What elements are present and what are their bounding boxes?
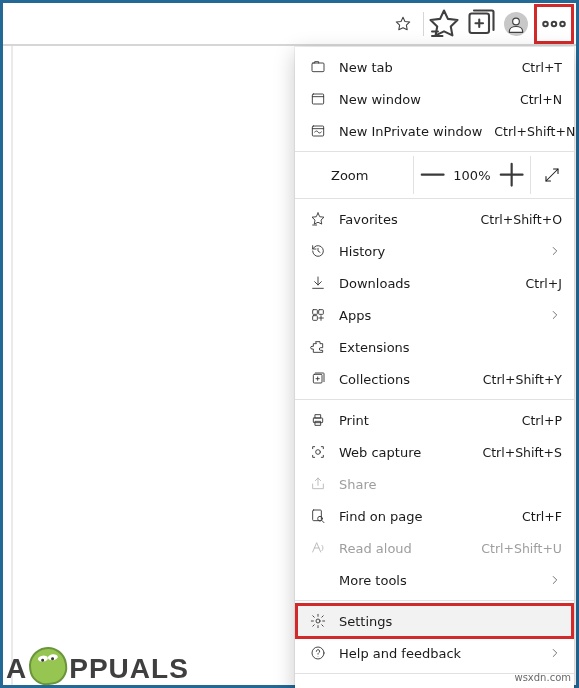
menu-shortcut: Ctrl+Shift+U bbox=[481, 541, 562, 556]
menu-label: New InPrivate window bbox=[339, 124, 482, 139]
new-tab-icon bbox=[309, 58, 327, 76]
favorites-icon bbox=[309, 210, 327, 228]
svg-point-20 bbox=[318, 656, 319, 657]
svg-rect-7 bbox=[312, 126, 323, 136]
browser-toolbar bbox=[385, 3, 576, 45]
menu-separator bbox=[295, 600, 574, 601]
svg-point-18 bbox=[316, 619, 320, 623]
history-icon bbox=[309, 242, 327, 260]
chevron-right-icon bbox=[548, 573, 562, 587]
menu-label: Web capture bbox=[339, 445, 470, 460]
web-capture-icon bbox=[309, 443, 327, 461]
menu-read-aloud: Read aloud Ctrl+Shift+U bbox=[295, 532, 574, 564]
menu-label: Favorites bbox=[339, 212, 469, 227]
menu-settings[interactable]: Settings bbox=[295, 605, 574, 637]
mascot-icon bbox=[27, 645, 70, 688]
menu-web-capture[interactable]: Web capture Ctrl+Shift+S bbox=[295, 436, 574, 468]
zoom-value: 100% bbox=[451, 168, 492, 183]
svg-rect-13 bbox=[315, 415, 320, 418]
menu-label: Help and feedback bbox=[339, 646, 536, 661]
menu-label: Extensions bbox=[339, 340, 562, 355]
menu-favorites[interactable]: Favorites Ctrl+Shift+O bbox=[295, 203, 574, 235]
menu-label: History bbox=[339, 244, 536, 259]
svg-rect-6 bbox=[312, 94, 323, 104]
menu-collections[interactable]: Collections Ctrl+Shift+Y bbox=[295, 363, 574, 395]
menu-find-on-page[interactable]: Find on page Ctrl+F bbox=[295, 500, 574, 532]
menu-more-tools[interactable]: More tools bbox=[295, 564, 574, 596]
chevron-right-icon bbox=[548, 646, 562, 660]
svg-rect-14 bbox=[315, 421, 320, 425]
menu-shortcut: Ctrl+Shift+Y bbox=[483, 372, 562, 387]
menu-print[interactable]: Print Ctrl+P bbox=[295, 404, 574, 436]
menu-label: Apps bbox=[339, 308, 536, 323]
svg-point-2 bbox=[543, 22, 548, 27]
menu-separator bbox=[295, 151, 574, 152]
new-window-icon bbox=[309, 90, 327, 108]
menu-label: New tab bbox=[339, 60, 510, 75]
menu-new-tab[interactable]: New tab Ctrl+T bbox=[295, 51, 574, 83]
collections-icon bbox=[309, 370, 327, 388]
menu-share: Share bbox=[295, 468, 574, 500]
menu-shortcut: Ctrl+Shift+S bbox=[482, 445, 562, 460]
menu-label: New window bbox=[339, 92, 508, 107]
inprivate-icon bbox=[309, 122, 327, 140]
svg-rect-12 bbox=[313, 418, 322, 423]
watermark-letter: A bbox=[6, 653, 27, 685]
more-button-highlight bbox=[534, 4, 574, 44]
share-icon bbox=[309, 475, 327, 493]
watermark-logo: A PPUALS bbox=[6, 647, 189, 685]
zoom-in-button[interactable] bbox=[493, 156, 530, 194]
settings-icon bbox=[309, 612, 327, 630]
menu-separator bbox=[295, 399, 574, 400]
more-menu-icon[interactable] bbox=[537, 7, 571, 41]
menu-label: Print bbox=[339, 413, 510, 428]
collections-icon[interactable] bbox=[462, 6, 498, 42]
menu-shortcut: Ctrl+P bbox=[522, 413, 562, 428]
menu-extensions[interactable]: Extensions bbox=[295, 331, 574, 363]
menu-shortcut: Ctrl+F bbox=[522, 509, 562, 524]
watermark-site: wsxdn.com bbox=[514, 672, 571, 683]
menu-shortcut: Ctrl+Shift+N bbox=[494, 124, 575, 139]
profile-icon[interactable] bbox=[498, 6, 534, 42]
menu-history[interactable]: History bbox=[295, 235, 574, 267]
favorites-icon[interactable] bbox=[426, 6, 462, 42]
menu-apps[interactable]: Apps bbox=[295, 299, 574, 331]
svg-point-3 bbox=[552, 22, 557, 27]
menu-label: Share bbox=[339, 477, 562, 492]
print-icon bbox=[309, 411, 327, 429]
svg-point-1 bbox=[513, 18, 520, 25]
menu-new-inprivate[interactable]: New InPrivate window Ctrl+Shift+N bbox=[295, 115, 574, 147]
menu-shortcut: Ctrl+J bbox=[526, 276, 562, 291]
menu-shortcut: Ctrl+N bbox=[520, 92, 562, 107]
menu-label: Find on page bbox=[339, 509, 510, 524]
menu-help[interactable]: Help and feedback bbox=[295, 637, 574, 669]
zoom-label: Zoom bbox=[331, 168, 413, 183]
menu-label: Settings bbox=[339, 614, 562, 629]
svg-point-4 bbox=[560, 22, 565, 27]
menu-label: Read aloud bbox=[339, 541, 469, 556]
extensions-icon bbox=[309, 338, 327, 356]
find-icon bbox=[309, 507, 327, 525]
favorite-this-page-icon[interactable] bbox=[385, 6, 421, 42]
chevron-right-icon bbox=[548, 308, 562, 322]
apps-icon bbox=[309, 306, 327, 324]
svg-rect-8 bbox=[313, 310, 318, 315]
toolbar-separator bbox=[423, 12, 424, 36]
svg-rect-5 bbox=[312, 63, 324, 72]
help-icon bbox=[309, 644, 327, 662]
fullscreen-button[interactable] bbox=[531, 156, 574, 194]
svg-rect-16 bbox=[313, 510, 322, 521]
menu-new-window[interactable]: New window Ctrl+N bbox=[295, 83, 574, 115]
menu-label: Collections bbox=[339, 372, 471, 387]
watermark-rest: PPUALS bbox=[69, 653, 189, 685]
read-aloud-icon bbox=[309, 539, 327, 557]
zoom-out-button[interactable] bbox=[414, 156, 451, 194]
more-menu-dropdown: New tab Ctrl+T New window Ctrl+N New InP… bbox=[295, 47, 574, 688]
menu-downloads[interactable]: Downloads Ctrl+J bbox=[295, 267, 574, 299]
svg-point-15 bbox=[316, 450, 321, 455]
downloads-icon bbox=[309, 274, 327, 292]
menu-zoom-row: Zoom 100% bbox=[295, 156, 574, 194]
chevron-right-icon bbox=[548, 244, 562, 258]
svg-rect-9 bbox=[319, 310, 324, 315]
menu-label: Downloads bbox=[339, 276, 514, 291]
